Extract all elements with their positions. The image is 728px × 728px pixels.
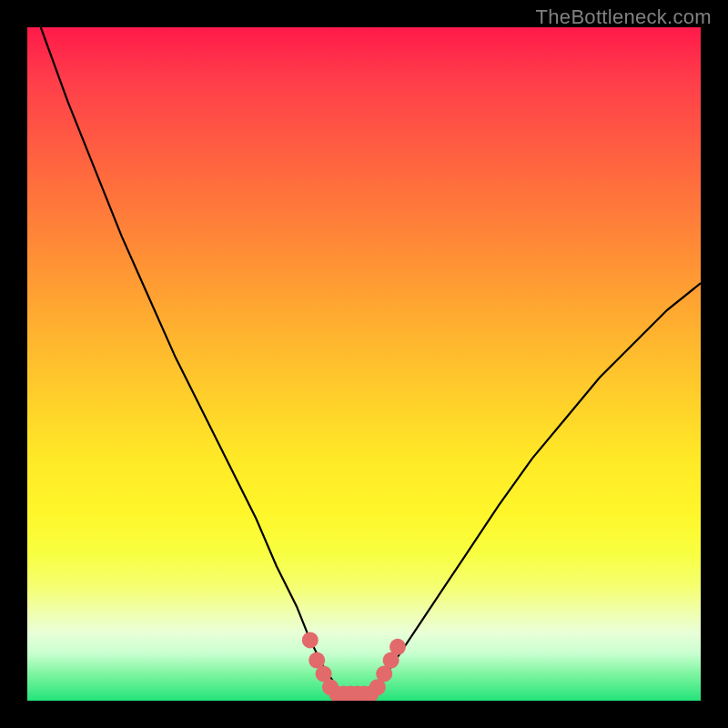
bottleneck-curve — [41, 27, 701, 694]
curve-layer — [27, 27, 701, 701]
watermark-text: TheBottleneck.com — [536, 5, 712, 29]
sweet-spot-marker — [302, 632, 318, 648]
chart-frame: TheBottleneck.com — [0, 0, 728, 728]
sweet-spot-markers — [302, 632, 406, 701]
plot-area — [27, 27, 701, 701]
sweet-spot-marker — [389, 639, 406, 655]
